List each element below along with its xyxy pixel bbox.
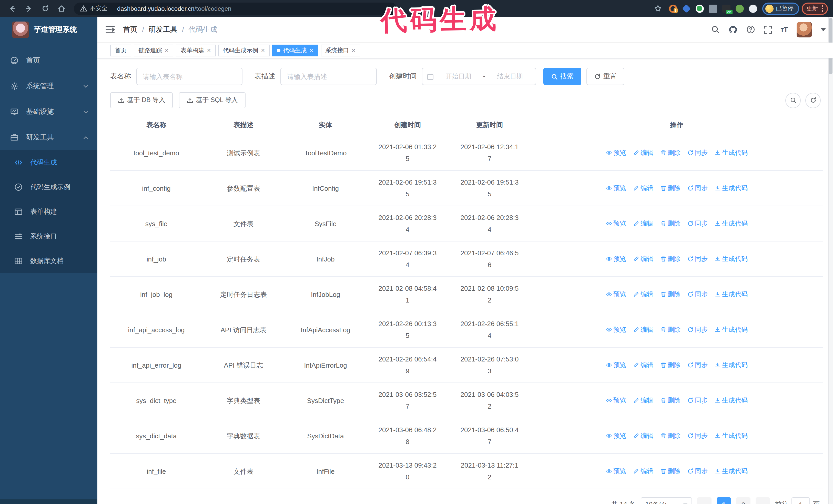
action-生成代码-link[interactable]: 生成代码 bbox=[714, 147, 748, 159]
tab-代码生成示例[interactable]: 代码生成示例✕ bbox=[218, 44, 270, 56]
update-button[interactable]: 更新 bbox=[802, 2, 828, 15]
prev-page-button[interactable]: ‹ bbox=[697, 497, 712, 504]
back-icon[interactable] bbox=[6, 2, 19, 15]
action-生成代码-link[interactable]: 生成代码 bbox=[714, 359, 748, 371]
action-预览-link[interactable]: 预览 bbox=[606, 218, 626, 230]
tab-链路追踪[interactable]: 链路追踪✕ bbox=[134, 44, 173, 56]
url-path[interactable]: /tool/codegen bbox=[194, 5, 232, 12]
close-icon[interactable]: ✕ bbox=[351, 47, 356, 53]
warning-icon[interactable] bbox=[80, 5, 87, 12]
extension-icon[interactable]: on bbox=[722, 4, 730, 13]
action-同步-link[interactable]: 同步 bbox=[687, 430, 708, 442]
action-同步-link[interactable]: 同步 bbox=[687, 288, 708, 300]
security-label[interactable]: 不安全 bbox=[90, 5, 108, 12]
extension-icon[interactable] bbox=[709, 4, 717, 13]
extension-icon[interactable] bbox=[735, 4, 743, 13]
import-sql-button[interactable]: 基于 SQL 导入 bbox=[179, 92, 245, 108]
action-删除-link[interactable]: 删除 bbox=[660, 218, 681, 230]
sidebar-item[interactable]: 基础设施 bbox=[0, 99, 97, 125]
address-bar[interactable]: 不安全 dashboard.yudao.iocoder.cn/tool/code… bbox=[74, 2, 397, 15]
action-生成代码-link[interactable]: 生成代码 bbox=[714, 288, 748, 300]
sidebar-item[interactable]: 系统管理 bbox=[0, 73, 97, 99]
action-预览-link[interactable]: 预览 bbox=[606, 288, 626, 300]
action-删除-link[interactable]: 删除 bbox=[660, 430, 681, 442]
sidebar-subitem[interactable]: 表单构建 bbox=[0, 199, 97, 224]
action-删除-link[interactable]: 删除 bbox=[660, 394, 681, 406]
page-button-1[interactable]: 1 bbox=[717, 497, 731, 504]
import-db-button[interactable]: 基于 DB 导入 bbox=[110, 92, 173, 108]
next-page-button[interactable]: › bbox=[756, 497, 770, 504]
tab-代码生成[interactable]: 代码生成✕ bbox=[272, 44, 318, 56]
action-预览-link[interactable]: 预览 bbox=[606, 147, 626, 159]
action-预览-link[interactable]: 预览 bbox=[606, 253, 626, 265]
action-编辑-link[interactable]: 编辑 bbox=[633, 147, 653, 159]
action-删除-link[interactable]: 删除 bbox=[660, 324, 681, 336]
extension-icon[interactable] bbox=[695, 4, 704, 13]
action-编辑-link[interactable]: 编辑 bbox=[633, 218, 653, 230]
reset-button[interactable]: 重置 bbox=[587, 68, 624, 85]
sidebar-item[interactable]: 研发工具 bbox=[0, 125, 97, 150]
action-删除-link[interactable]: 删除 bbox=[660, 465, 681, 477]
action-生成代码-link[interactable]: 生成代码 bbox=[714, 394, 748, 406]
action-预览-link[interactable]: 预览 bbox=[606, 430, 626, 442]
bookmark-star-icon[interactable] bbox=[651, 2, 665, 15]
action-删除-link[interactable]: 删除 bbox=[660, 182, 681, 194]
sidebar-item[interactable]: 首页 bbox=[0, 48, 97, 73]
action-编辑-link[interactable]: 编辑 bbox=[633, 324, 653, 336]
action-同步-link[interactable]: 同步 bbox=[687, 147, 708, 159]
close-icon[interactable]: ✕ bbox=[207, 47, 211, 53]
extension-icon[interactable]: 1 bbox=[669, 4, 677, 13]
action-编辑-link[interactable]: 编辑 bbox=[633, 394, 653, 406]
table-desc-input[interactable] bbox=[280, 68, 377, 85]
action-生成代码-link[interactable]: 生成代码 bbox=[714, 253, 748, 265]
action-生成代码-link[interactable]: 生成代码 bbox=[714, 218, 748, 230]
help-icon[interactable] bbox=[746, 25, 755, 34]
action-预览-link[interactable]: 预览 bbox=[606, 324, 626, 336]
action-同步-link[interactable]: 同步 bbox=[687, 359, 708, 371]
action-同步-link[interactable]: 同步 bbox=[687, 394, 708, 406]
close-icon[interactable]: ✕ bbox=[165, 47, 169, 53]
action-生成代码-link[interactable]: 生成代码 bbox=[714, 465, 748, 477]
caret-down-icon[interactable] bbox=[821, 28, 826, 31]
hamburger-icon[interactable] bbox=[105, 25, 115, 33]
action-删除-link[interactable]: 删除 bbox=[660, 288, 681, 300]
tab-首页[interactable]: 首页 bbox=[110, 44, 131, 56]
action-删除-link[interactable]: 删除 bbox=[660, 253, 681, 265]
sidebar-subitem[interactable]: 系统接口 bbox=[0, 224, 97, 249]
action-同步-link[interactable]: 同步 bbox=[687, 324, 708, 336]
table-name-input[interactable] bbox=[136, 68, 242, 85]
breadcrumb-item[interactable]: 研发工具 bbox=[149, 25, 177, 34]
scrollbar[interactable] bbox=[828, 17, 833, 504]
extensions-puzzle-icon[interactable] bbox=[749, 4, 757, 13]
action-同步-link[interactable]: 同步 bbox=[687, 253, 708, 265]
action-预览-link[interactable]: 预览 bbox=[606, 465, 626, 477]
url-host[interactable]: dashboard.yudao.iocoder.cn bbox=[117, 5, 194, 12]
github-icon[interactable] bbox=[728, 25, 737, 34]
action-删除-link[interactable]: 删除 bbox=[660, 359, 681, 371]
home-icon[interactable] bbox=[55, 2, 68, 15]
page-size-select[interactable]: 10条/页 bbox=[641, 497, 692, 504]
close-icon[interactable]: ✕ bbox=[261, 47, 265, 53]
action-编辑-link[interactable]: 编辑 bbox=[633, 253, 653, 265]
sidebar-subitem[interactable]: 代码生成 bbox=[0, 150, 97, 175]
action-编辑-link[interactable]: 编辑 bbox=[633, 359, 653, 371]
sidebar-subitem[interactable]: 数据库文档 bbox=[0, 249, 97, 273]
fullscreen-icon[interactable] bbox=[764, 25, 772, 33]
page-button-2[interactable]: 2 bbox=[736, 497, 751, 504]
font-size-icon[interactable]: ᴛT bbox=[781, 26, 788, 33]
action-编辑-link[interactable]: 编辑 bbox=[633, 182, 653, 194]
app-logo[interactable]: 芋道管理系统 bbox=[0, 17, 97, 43]
search-button[interactable]: 搜索 bbox=[543, 68, 581, 85]
action-预览-link[interactable]: 预览 bbox=[606, 394, 626, 406]
action-同步-link[interactable]: 同步 bbox=[687, 182, 708, 194]
action-生成代码-link[interactable]: 生成代码 bbox=[714, 430, 748, 442]
goto-page-input[interactable] bbox=[791, 497, 810, 504]
action-预览-link[interactable]: 预览 bbox=[606, 359, 626, 371]
user-avatar[interactable] bbox=[796, 22, 812, 37]
search-toggle-icon[interactable] bbox=[785, 93, 801, 108]
action-生成代码-link[interactable]: 生成代码 bbox=[714, 182, 748, 194]
profile-paused-badge[interactable]: 已暂停 bbox=[762, 2, 799, 15]
extension-icon[interactable] bbox=[682, 4, 690, 13]
reload-icon[interactable] bbox=[39, 2, 52, 15]
action-删除-link[interactable]: 删除 bbox=[660, 147, 681, 159]
